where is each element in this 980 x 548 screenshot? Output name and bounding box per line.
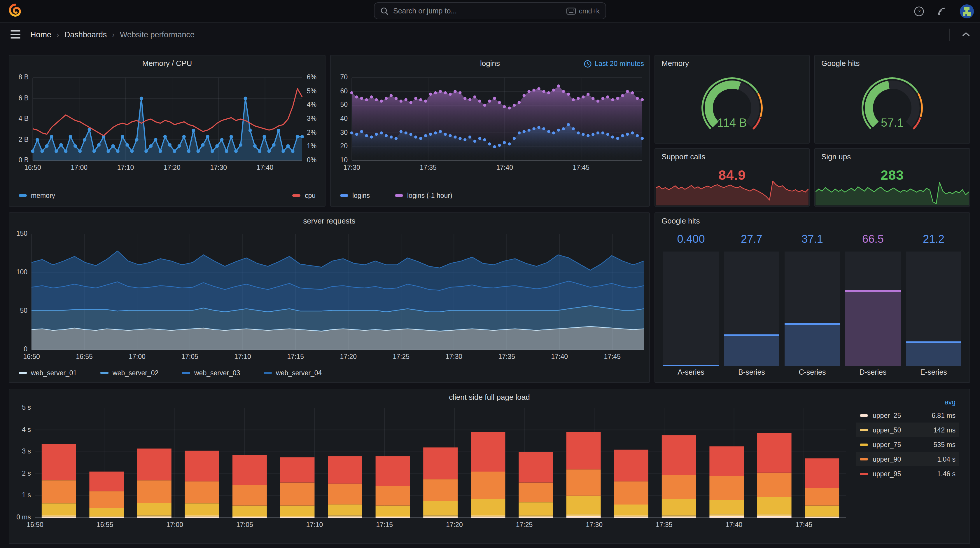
legend-value: 6.81 ms xyxy=(932,412,956,419)
stat-value: 283 xyxy=(815,167,969,183)
legend-item-upper-75[interactable]: upper_75 535 ms xyxy=(856,437,959,452)
panel-title[interactable]: Memory / CPU xyxy=(10,59,325,68)
axis-label: 17:00 xyxy=(124,353,150,360)
client-load-chart[interactable]: 5 s4 s3 s2 s1 s0 ms16:5016:5517:0017:051… xyxy=(10,406,969,543)
bar-gauge-column[interactable]: 0.400A-series xyxy=(663,233,719,379)
panel-title[interactable]: Support calls xyxy=(662,152,705,161)
bar-value: 66.5 xyxy=(845,233,900,248)
legend-item-web-server-01[interactable]: web_server_01 xyxy=(19,370,77,376)
axis-label: 17:35 xyxy=(415,164,441,171)
axis-label: 17:05 xyxy=(177,353,203,360)
axis-label: 17:25 xyxy=(388,353,414,360)
legend-item-web-server-03[interactable]: web_server_03 xyxy=(182,370,240,376)
bar-track xyxy=(845,252,900,366)
legend-item-cpu[interactable]: cpu xyxy=(293,192,316,199)
legend-chip xyxy=(395,194,403,197)
legend-item-upper-50[interactable]: upper_50 142 ms xyxy=(856,422,959,437)
axis-label: 0% xyxy=(307,156,317,163)
time-range-link[interactable]: Last 20 minutes xyxy=(584,59,644,68)
panel-sign-ups: Sign ups 283 xyxy=(815,148,970,207)
search-input[interactable]: Search or jump to... cmd+k xyxy=(374,2,606,19)
legend-label: web_server_03 xyxy=(194,370,240,376)
user-avatar[interactable] xyxy=(959,4,974,18)
legend-label: web_server_02 xyxy=(113,370,158,376)
bar-track xyxy=(784,252,840,366)
legend-label: upper_90 xyxy=(873,456,937,462)
panel-title[interactable]: Memory xyxy=(662,59,689,68)
axis-label: 2% xyxy=(307,129,317,136)
legend-item-logins-1hour[interactable]: logins (-1 hour) xyxy=(395,192,452,199)
legend-label: web_server_01 xyxy=(31,370,77,376)
legend-chip xyxy=(340,194,348,197)
legend-chip xyxy=(860,472,868,475)
grafana-logo[interactable] xyxy=(8,3,23,19)
breadcrumb-dashboards[interactable]: Dashboards xyxy=(64,30,107,39)
panel-server-requests: server requests 15010050016:5016:5517:00… xyxy=(9,212,650,383)
legend-item-upper-25[interactable]: upper_25 6.81 ms xyxy=(856,408,959,422)
legend-label: logins xyxy=(352,192,370,199)
axis-label: 5 s xyxy=(10,404,31,411)
dashboard-canvas: Memory / CPU 8 B6 B4 B2 B0 B6%5%4%3%2%1%… xyxy=(0,47,980,548)
bar-gauge-column[interactable]: 27.7B-series xyxy=(724,233,780,379)
axis-label: 20 xyxy=(331,143,348,150)
bar-label: B-series xyxy=(724,368,780,379)
bar-gauge-column[interactable]: 37.1C-series xyxy=(784,233,840,379)
axis-label: 8 B xyxy=(10,73,29,81)
axis-label: 100 xyxy=(10,268,27,276)
legend-item-upper-90[interactable]: upper_90 1.04 s xyxy=(856,452,959,466)
axis-label: 2 s xyxy=(10,470,31,477)
gauge-value: 114 B xyxy=(655,116,809,129)
news-rss-icon[interactable] xyxy=(937,6,947,16)
legend-value: 142 ms xyxy=(934,426,956,433)
legend-item-logins[interactable]: logins xyxy=(340,192,370,199)
legend-item-memory[interactable]: memory xyxy=(19,192,55,199)
bar-fill xyxy=(663,365,719,366)
axis-label: 0 ms xyxy=(10,514,31,521)
memory-cpu-chart[interactable]: 8 B6 B4 B2 B0 B6%5%4%3%2%1%0%16:5017:001… xyxy=(10,72,325,206)
bar-gauge[interactable]: 0.400A-series27.7B-series37.1C-series66.… xyxy=(663,233,961,379)
axis-label: 17:35 xyxy=(494,353,519,360)
axis-label: 50 xyxy=(10,307,27,314)
divider xyxy=(949,29,950,41)
bar-label: E-series xyxy=(906,368,961,379)
legend-value: 535 ms xyxy=(934,441,956,448)
search-placeholder: Search or jump to... xyxy=(393,7,567,15)
axis-label: 17:15 xyxy=(283,353,308,360)
legend-label: logins (-1 hour) xyxy=(407,192,452,199)
legend-label: web_server_04 xyxy=(276,370,322,376)
breadcrumb-home[interactable]: Home xyxy=(30,30,51,39)
menu-toggle-icon[interactable] xyxy=(11,30,21,38)
axis-label: 17:00 xyxy=(162,521,188,528)
legend-item-web-server-04[interactable]: web_server_04 xyxy=(264,370,322,376)
help-icon[interactable]: ? xyxy=(914,6,924,16)
legend-chip xyxy=(860,443,868,446)
breadcrumb: Home › Dashboards › Website performance xyxy=(30,23,194,47)
panel-title[interactable]: server requests xyxy=(10,217,649,225)
svg-text:?: ? xyxy=(918,8,921,14)
panel-title[interactable]: client side full page load xyxy=(10,393,969,401)
legend-label: upper_50 xyxy=(873,426,934,433)
bar-gauge-column[interactable]: 21.2E-series xyxy=(906,233,961,379)
breadcrumb-current: Website performance xyxy=(120,30,194,39)
panel-title[interactable]: Sign ups xyxy=(821,152,851,161)
chevron-up-icon[interactable] xyxy=(961,30,970,39)
axis-label: 17:40 xyxy=(492,164,517,171)
axis-label: 1% xyxy=(307,143,317,150)
bar-gauge-column[interactable]: 66.5D-series xyxy=(845,233,900,379)
axis-label: 17:10 xyxy=(230,353,256,360)
axis-label: 3% xyxy=(307,115,317,122)
google-hits-gauge[interactable] xyxy=(815,72,969,143)
axis-label: 5% xyxy=(307,87,317,94)
panel-title[interactable]: Google hits xyxy=(662,217,700,225)
legend-chip xyxy=(860,429,868,431)
legend-chip xyxy=(182,372,190,374)
legend-item-upper-95[interactable]: upper_95 1.46 s xyxy=(856,466,959,481)
panel-title[interactable]: Google hits xyxy=(821,59,860,68)
memory-gauge[interactable] xyxy=(655,72,809,143)
axis-label: 1 s xyxy=(10,492,31,499)
axis-label: 17:25 xyxy=(512,521,537,528)
server-requests-chart[interactable]: 15010050016:5016:5517:0017:0517:1017:151… xyxy=(10,229,649,382)
panel-google-hits-bars: Google hits 0.400A-series27.7B-series37.… xyxy=(654,212,970,383)
logins-chart[interactable]: 7060504030201017:3017:3517:4017:45 xyxy=(331,72,649,206)
legend-item-web-server-02[interactable]: web_server_02 xyxy=(100,370,158,376)
